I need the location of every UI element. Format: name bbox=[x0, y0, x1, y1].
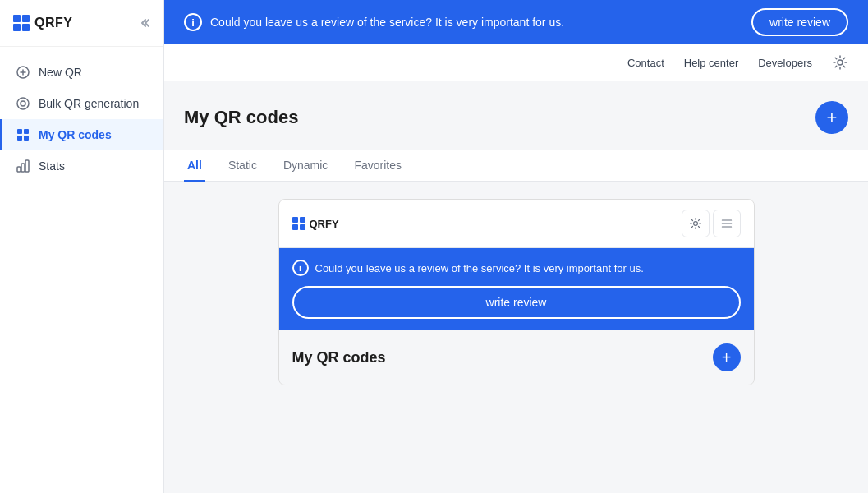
sidebar-nav: New QR Bulk QR generation My QR codes bbox=[0, 47, 163, 493]
tab-dynamic[interactable]: Dynamic bbox=[280, 150, 331, 182]
preview-page-title: My QR codes bbox=[292, 349, 386, 366]
svg-rect-7 bbox=[17, 167, 21, 172]
preview-actions bbox=[682, 210, 741, 237]
sidebar-item-stats-label: Stats bbox=[39, 159, 65, 173]
sidebar-item-bulk-qr[interactable]: Bulk QR generation bbox=[0, 88, 163, 119]
tabs-bar: All Static Dynamic Favorites bbox=[164, 150, 868, 182]
help-center-link[interactable]: Help center bbox=[684, 57, 738, 69]
preview-page-header: My QR codes + bbox=[292, 343, 741, 371]
page-header: My QR codes + bbox=[184, 101, 848, 134]
logo: QRFY bbox=[13, 15, 72, 31]
preview-logo: QRFY bbox=[292, 217, 339, 230]
settings-gear-button[interactable] bbox=[832, 54, 848, 71]
sidebar-item-new-qr-label: New QR bbox=[39, 66, 82, 79]
svg-point-11 bbox=[693, 222, 697, 226]
sidebar-item-new-qr[interactable]: New QR bbox=[0, 57, 163, 88]
logo-icon bbox=[13, 15, 30, 31]
sidebar-item-stats[interactable]: Stats bbox=[0, 150, 163, 182]
banner-left: i Could you leave us a review of the ser… bbox=[184, 13, 564, 31]
developers-link[interactable]: Developers bbox=[758, 57, 812, 69]
svg-rect-9 bbox=[25, 160, 29, 172]
top-banner: i Could you leave us a review of the ser… bbox=[164, 0, 868, 44]
sidebar-item-bulk-qr-label: Bulk QR generation bbox=[39, 97, 139, 110]
sidebar-header: QRFY bbox=[0, 0, 163, 47]
banner-message: Could you leave us a review of the servi… bbox=[210, 16, 564, 29]
preview-logo-text: QRFY bbox=[310, 218, 339, 230]
page-content: My QR codes + All Static Dynamic Favorit… bbox=[164, 81, 868, 493]
main-content: i Could you leave us a review of the ser… bbox=[164, 0, 868, 493]
contact-link[interactable]: Contact bbox=[627, 57, 664, 69]
tab-favorites[interactable]: Favorites bbox=[351, 150, 405, 182]
info-icon: i bbox=[184, 13, 202, 31]
collapse-sidebar-button[interactable] bbox=[137, 16, 150, 30]
target-circle-icon bbox=[16, 96, 30, 111]
preview-header: QRFY bbox=[279, 200, 754, 248]
preview-banner: i Could you leave us a review of the ser… bbox=[279, 248, 754, 330]
svg-rect-5 bbox=[17, 136, 22, 141]
svg-point-2 bbox=[21, 101, 25, 106]
logo-text: QRFY bbox=[34, 16, 72, 30]
write-review-button[interactable]: write review bbox=[751, 8, 848, 36]
page-title: My QR codes bbox=[184, 107, 298, 128]
tab-all[interactable]: All bbox=[184, 150, 205, 182]
add-qr-button[interactable]: + bbox=[815, 101, 848, 134]
svg-point-10 bbox=[838, 60, 843, 65]
preview-menu-button[interactable] bbox=[713, 210, 741, 237]
preview-settings-button[interactable] bbox=[682, 210, 710, 237]
plus-circle-icon bbox=[16, 65, 30, 80]
preview-card: QRFY bbox=[278, 199, 755, 385]
grid-icon bbox=[16, 127, 30, 142]
preview-banner-message: Could you leave us a review of the servi… bbox=[315, 262, 644, 274]
header-bar: Contact Help center Developers bbox=[164, 44, 868, 81]
svg-point-1 bbox=[17, 98, 29, 109]
preview-logo-icon bbox=[292, 217, 305, 230]
sidebar: QRFY New QR bbox=[0, 0, 164, 493]
preview-banner-top: i Could you leave us a review of the ser… bbox=[292, 260, 741, 276]
svg-rect-4 bbox=[24, 129, 29, 134]
preview-content: My QR codes + bbox=[279, 330, 754, 385]
sidebar-item-my-qr[interactable]: My QR codes bbox=[0, 119, 163, 150]
bar-chart-icon bbox=[16, 159, 30, 173]
svg-rect-3 bbox=[17, 129, 22, 134]
svg-rect-6 bbox=[24, 136, 29, 141]
preview-add-button[interactable]: + bbox=[713, 343, 741, 371]
svg-rect-8 bbox=[21, 164, 25, 172]
preview-info-icon: i bbox=[292, 260, 309, 276]
tab-static[interactable]: Static bbox=[225, 150, 260, 182]
preview-write-review-button[interactable]: write review bbox=[292, 286, 741, 319]
sidebar-item-my-qr-label: My QR codes bbox=[39, 128, 112, 141]
